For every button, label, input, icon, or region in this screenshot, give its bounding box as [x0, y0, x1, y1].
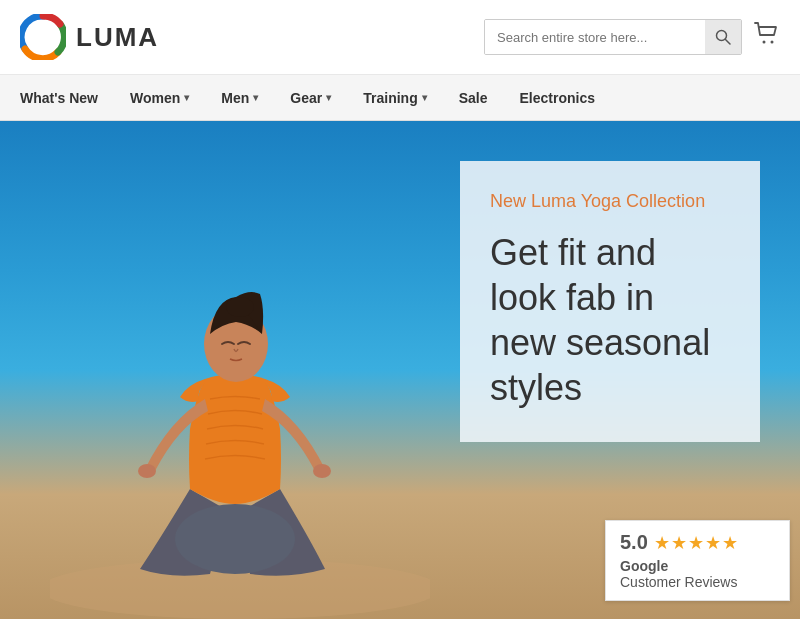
nav-item-electronics[interactable]: Electronics: [504, 75, 611, 121]
nav-item-women[interactable]: Women ▾: [114, 75, 205, 121]
nav-item-whats-new[interactable]: What's New: [20, 75, 114, 121]
nav-item-sale[interactable]: Sale: [443, 75, 504, 121]
chevron-down-icon: ▾: [326, 92, 331, 103]
reviews-label: Customer Reviews: [620, 574, 775, 590]
svg-point-3: [763, 41, 766, 44]
cart-icon[interactable]: [754, 22, 780, 52]
hero-section: New Luma Yoga Collection Get fit and loo…: [0, 121, 800, 619]
header: LUMA: [0, 0, 800, 75]
chevron-down-icon: ▾: [184, 92, 189, 103]
nav: What's New Women ▾ Men ▾ Gear ▾ Training…: [0, 75, 800, 121]
hero-text-box: New Luma Yoga Collection Get fit and loo…: [460, 161, 760, 442]
cart-svg-icon: [754, 22, 780, 46]
nav-item-men[interactable]: Men ▾: [205, 75, 274, 121]
hero-subtitle: New Luma Yoga Collection: [490, 189, 730, 214]
reviews-badge: 5.0 ★★★★★ Google Customer Reviews: [605, 520, 790, 601]
chevron-down-icon: ▾: [253, 92, 258, 103]
svg-point-11: [226, 297, 254, 317]
hero-title: Get fit and look fab in new seasonal sty…: [490, 230, 730, 410]
logo-text: LUMA: [76, 22, 159, 53]
svg-point-4: [771, 41, 774, 44]
chevron-down-icon: ▾: [422, 92, 427, 103]
yoga-figure: [50, 159, 430, 619]
svg-point-7: [138, 464, 156, 478]
svg-line-2: [726, 40, 731, 45]
reviews-top: 5.0 ★★★★★: [620, 531, 775, 554]
search-button[interactable]: [705, 19, 741, 55]
search-bar: [484, 19, 742, 55]
logo-area: LUMA: [20, 14, 159, 60]
search-icon: [715, 29, 731, 45]
svg-point-8: [313, 464, 331, 478]
reviews-stars: ★★★★★: [654, 532, 739, 554]
svg-point-6: [175, 504, 295, 574]
header-right: [484, 19, 780, 55]
logo-icon: [20, 14, 66, 60]
nav-item-gear[interactable]: Gear ▾: [274, 75, 347, 121]
nav-item-training[interactable]: Training ▾: [347, 75, 442, 121]
reviews-brand: Google: [620, 558, 775, 574]
reviews-score: 5.0: [620, 531, 648, 554]
search-input[interactable]: [485, 20, 705, 54]
